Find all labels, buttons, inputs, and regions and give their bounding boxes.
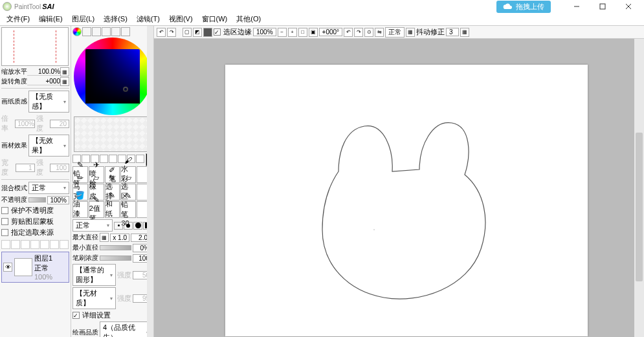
color-scratch-tab-icon[interactable]	[121, 27, 130, 36]
menu-view[interactable]: 视图(V)	[165, 13, 197, 25]
paper-tex-dropdown[interactable]: 【无质感】	[28, 91, 69, 113]
upload-label: 拖拽上传	[516, 2, 544, 12]
menu-select[interactable]: 选择(S)	[100, 13, 131, 25]
menu-layer[interactable]: 图层(L)	[68, 13, 98, 25]
layer-visibility-icon[interactable]: 👁	[3, 263, 12, 272]
menu-other[interactable]: 其他(O)	[232, 13, 265, 25]
brush-bucket[interactable]: 🪣油漆桶	[72, 201, 88, 218]
tool-panel-scrollbar[interactable]	[147, 26, 153, 337]
brush-shape-2[interactable]	[124, 222, 133, 230]
move-tool-icon[interactable]	[100, 155, 108, 163]
canvas-area: ↶ ↷ ▢ ◩ 选区边缘 100% − + □ ▣ +000° ↶ ↷ ⊙ ⇋ …	[154, 26, 644, 337]
zoom-reset-icon[interactable]: ▣	[309, 28, 318, 37]
canvas-mode[interactable]: 正常	[385, 27, 405, 38]
brush-tex-dropdown[interactable]: 【无效果】	[28, 135, 69, 157]
advanced-checkbox[interactable]	[72, 312, 80, 319]
rotate-ccw-icon[interactable]: ↶	[344, 28, 353, 37]
canvas-viewport[interactable]	[154, 39, 644, 337]
brush-shape-3[interactable]	[133, 222, 142, 230]
protect-alpha-label: 保护不透明度	[11, 206, 54, 215]
clip-below-checkbox[interactable]	[1, 218, 8, 225]
color-swatch-tab-icon[interactable]	[111, 27, 120, 36]
zoom-tool-icon[interactable]	[109, 155, 117, 163]
opacity-label: 不透明度	[1, 195, 27, 204]
opacity-slider[interactable]	[28, 197, 46, 202]
zoom-field[interactable]: 100%	[253, 28, 276, 36]
layer-item[interactable]: 👁 图层1 正常 100%	[1, 252, 69, 283]
color-rgb-tab-icon[interactable]	[82, 27, 91, 36]
rotate-reset-icon[interactable]: ⊙	[364, 28, 373, 37]
eyedropper-tool-icon[interactable]	[136, 155, 144, 163]
sel-edge-checkbox[interactable]	[214, 28, 221, 36]
maximize-button[interactable]	[590, 1, 616, 12]
min-size-slider[interactable]	[100, 245, 131, 250]
blend-mode-dropdown[interactable]: 正常	[28, 182, 69, 194]
layer-mode: 正常	[34, 263, 52, 273]
new-group-icon[interactable]	[21, 240, 30, 249]
brush-shape-dropdown[interactable]: 【通常的圆形】	[72, 264, 116, 286]
undo-icon[interactable]: ↶	[157, 28, 166, 37]
paper-tex-label: 画纸质感	[1, 97, 27, 106]
delete-layer-icon[interactable]	[60, 240, 69, 249]
zoom-in-icon[interactable]: +	[288, 28, 297, 37]
brush-binary[interactable]: ✎2值笔	[89, 201, 104, 218]
max-mult[interactable]: x 1.0	[110, 234, 129, 242]
angle-value[interactable]: +000	[27, 78, 60, 85]
opacity-value[interactable]: 100%	[47, 196, 69, 204]
upload-button[interactable]: 拖拽上传	[496, 1, 551, 13]
menu-bar: 文件(F) 编辑(E) 图层(L) 选择(S) 滤镜(T) 视图(V) 窗口(W…	[0, 13, 644, 26]
zoom-menu-icon[interactable]: ▦	[60, 67, 69, 76]
brush-washi[interactable]: ✎和纸笔	[105, 201, 120, 218]
layer-name: 图层1	[34, 254, 52, 263]
close-button[interactable]	[616, 1, 641, 12]
quality-dropdown[interactable]: 4（品质优先）	[100, 321, 152, 337]
color-wheel[interactable]	[74, 38, 151, 115]
canvas-paper[interactable]	[225, 65, 588, 336]
show-sel-icon[interactable]	[203, 28, 212, 37]
marker-icon: ✏	[77, 174, 83, 182]
lock-source-checkbox[interactable]	[1, 229, 8, 236]
brush-pencil30[interactable]: ✎铅笔30	[120, 201, 136, 218]
invert-sel-icon[interactable]: ◩	[193, 28, 202, 37]
menu-filter[interactable]: 滤镜(T)	[133, 13, 164, 25]
color-wheel-tab-icon[interactable]	[72, 27, 82, 36]
clear-layer-icon[interactable]	[50, 240, 59, 249]
menu-file[interactable]: 文件(F)	[3, 13, 34, 25]
selpen-icon: ✎	[109, 174, 115, 182]
new-linework-icon[interactable]	[11, 240, 20, 249]
blend-mode-label: 混合模式	[1, 184, 27, 193]
brush-tex-dropdown-2[interactable]: 【无材质】	[72, 287, 116, 309]
zoom-out-icon[interactable]: −	[278, 28, 287, 37]
menu-edit[interactable]: 编辑(E)	[35, 13, 67, 25]
color-square[interactable]	[85, 49, 140, 103]
mode-menu-icon[interactable]: ▦	[406, 28, 415, 37]
brush-blend-dropdown[interactable]: 正常	[72, 219, 113, 232]
scrollbar-thumb[interactable]	[636, 133, 643, 281]
density-slider[interactable]	[100, 255, 131, 261]
rotate-cw-icon[interactable]: ↷	[354, 28, 363, 37]
minimize-button[interactable]	[564, 1, 590, 12]
brush-shape-1[interactable]	[114, 222, 123, 230]
menu-window[interactable]: 窗口(W)	[198, 13, 232, 25]
lock-source-label: 指定选取来源	[11, 228, 54, 237]
angle-menu-icon[interactable]: ▦	[60, 77, 69, 86]
flip-h-icon[interactable]: ⇋	[375, 28, 384, 37]
new-layer-icon[interactable]	[1, 240, 10, 249]
redo-icon[interactable]: ↷	[167, 28, 176, 37]
zoom-fit-icon[interactable]: □	[298, 28, 307, 37]
canvas-vscrollbar[interactable]	[634, 39, 644, 337]
color-mixer-tab-icon[interactable]	[102, 27, 111, 36]
merge-down-icon[interactable]	[40, 240, 49, 249]
brush-tex-label: 画材效果	[1, 141, 27, 150]
zoom-value[interactable]: 100.0%	[27, 68, 60, 76]
navigator-minimap[interactable]	[1, 27, 69, 66]
deselect-icon[interactable]: ▢	[183, 28, 192, 37]
stabilizer-menu-icon[interactable]: ▦	[460, 28, 469, 37]
protect-alpha-checkbox[interactable]	[1, 207, 8, 214]
angle-field[interactable]: +000°	[319, 28, 343, 36]
swatch-panel[interactable]	[74, 116, 151, 152]
size-menu-icon[interactable]: ▦	[100, 233, 109, 242]
transfer-down-icon[interactable]	[30, 240, 39, 249]
stabilizer-value[interactable]: 3	[446, 28, 459, 36]
color-hsv-tab-icon[interactable]	[92, 27, 101, 36]
